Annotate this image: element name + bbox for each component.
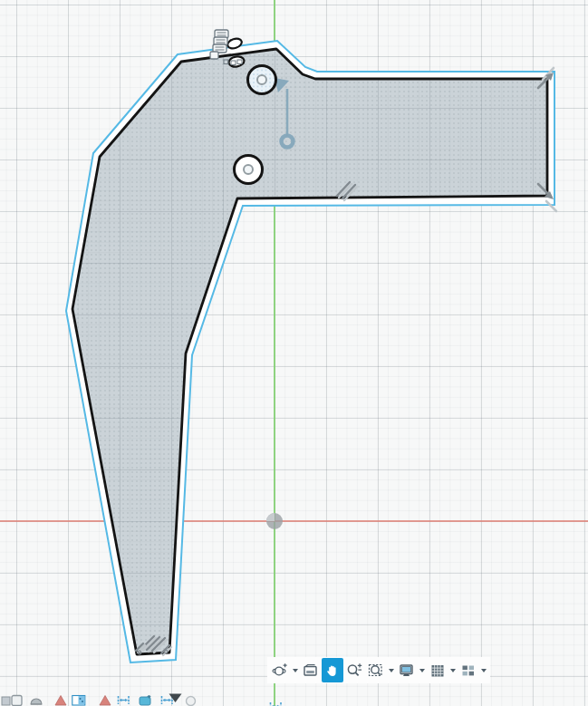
- zoom-button[interactable]: [343, 658, 365, 682]
- dimension-icon: [117, 694, 131, 706]
- hole-top-center[interactable]: [257, 75, 266, 84]
- display-settings-dropdown-caret[interactable]: [418, 658, 427, 682]
- viewports-button[interactable]: [458, 658, 479, 682]
- grid-icon: [429, 662, 446, 679]
- display-settings-icon: [399, 662, 415, 679]
- sketch-icon: [72, 694, 86, 706]
- navigation-bar: [267, 657, 490, 683]
- pan-hand-icon: [324, 662, 341, 679]
- viewports-dropdown-caret[interactable]: [479, 658, 488, 682]
- zoom-window-icon: [368, 662, 384, 679]
- zoom-window-dropdown-caret[interactable]: [387, 658, 396, 682]
- grid-and-snaps-dropdown-caret[interactable]: [448, 658, 458, 682]
- look-at-button[interactable]: [300, 658, 322, 682]
- marker-icon: [169, 693, 183, 706]
- timeline-item-extrude[interactable]: [139, 694, 153, 706]
- sketch-canvas[interactable]: [0, 0, 588, 706]
- loft-icon: [99, 694, 113, 706]
- circle-icon: [185, 695, 199, 706]
- timeline-item-loft-2[interactable]: [99, 694, 113, 706]
- hole-bottom-center[interactable]: [244, 165, 253, 174]
- zoom-icon: [346, 662, 363, 679]
- orbit-dropdown-caret[interactable]: [291, 658, 300, 682]
- timeline-item-dimension-1[interactable]: [117, 694, 131, 706]
- sketch-geometry-layer: [0, 0, 588, 706]
- dimension-icon: [269, 701, 284, 706]
- dome-icon: [30, 694, 44, 706]
- timeline-item-box[interactable]: [11, 694, 25, 706]
- timeline-item-circle[interactable]: [185, 695, 199, 706]
- timeline-item-revolve[interactable]: [30, 694, 44, 706]
- cube-icon: [11, 694, 25, 706]
- timeline-marker[interactable]: [169, 693, 183, 706]
- constraint-badge-small[interactable]: [210, 52, 218, 59]
- display-settings-button[interactable]: [396, 658, 418, 682]
- extrude-icon: [139, 694, 153, 706]
- orbit-button[interactable]: [269, 658, 291, 682]
- loft-icon: [54, 694, 69, 706]
- timeline-item-sketch-1[interactable]: [72, 694, 86, 706]
- orbit-icon: [272, 662, 288, 679]
- grid-and-snaps-button[interactable]: [427, 658, 448, 682]
- look-at-icon: [303, 662, 319, 679]
- pan-button[interactable]: [322, 658, 343, 682]
- viewports-icon: [460, 662, 477, 679]
- zoom-window-button[interactable]: [365, 658, 387, 682]
- timeline-item-loft-1[interactable]: [54, 694, 69, 706]
- timeline-item-dimension-3[interactable]: [269, 701, 284, 706]
